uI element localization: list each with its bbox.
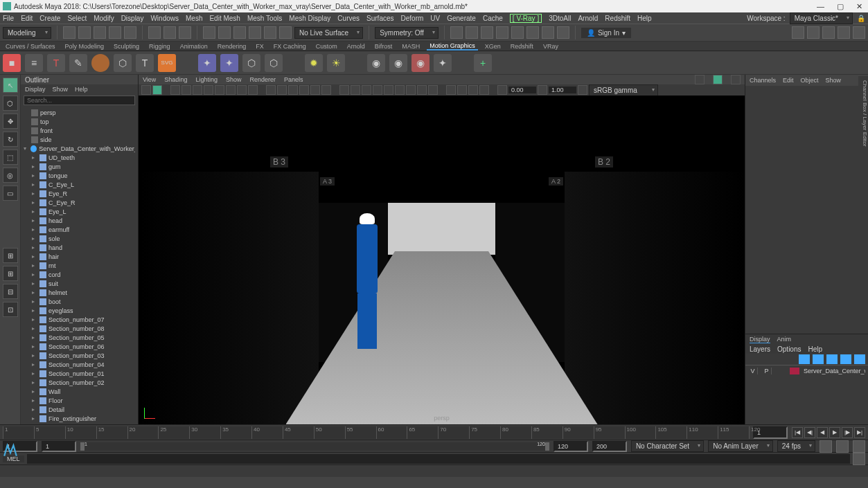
tab-arnold[interactable]: Arnold — [344, 43, 368, 50]
g8-icon[interactable] — [557, 26, 569, 39]
tree-item[interactable]: ▸rnt — [21, 261, 138, 270]
sel2-icon[interactable] — [163, 26, 176, 39]
tree-item[interactable]: ▸boot — [21, 297, 138, 306]
lock-icon[interactable]: 🔒 — [857, 15, 865, 22]
menu-meshtools[interactable]: Mesh Tools — [247, 15, 282, 22]
tree-item-camera[interactable]: top — [21, 117, 138, 126]
charset-combo[interactable]: No Character Set — [631, 440, 704, 452]
vt7-icon[interactable] — [215, 85, 224, 95]
step-back-btn[interactable]: ◀| — [804, 427, 815, 438]
shelf-s10-icon[interactable]: ✦ — [220, 54, 238, 72]
menu-cache[interactable]: Cache — [483, 15, 503, 22]
out-menu-show[interactable]: Show — [53, 86, 69, 93]
vt13-icon[interactable] — [288, 85, 298, 95]
tree-item[interactable]: ▸earmuff — [21, 225, 138, 234]
tree-item[interactable]: ▸C_Eye_R — [21, 198, 138, 207]
snap3-icon[interactable] — [233, 26, 246, 39]
shelf-s9-icon[interactable]: ✦ — [198, 54, 216, 72]
tree-item[interactable]: ▸UD_teeth — [21, 153, 138, 162]
menu-editmesh[interactable]: Edit Mesh — [209, 15, 240, 22]
layer-btn2[interactable] — [813, 354, 824, 364]
vt15-icon[interactable] — [310, 85, 320, 95]
menu-generate[interactable]: Generate — [447, 15, 476, 22]
close-btn[interactable]: ✕ — [856, 2, 862, 11]
tab-mograph[interactable]: Motion Graphics — [427, 42, 478, 51]
side-tab[interactable]: Channel Box / Layer Editor — [858, 76, 868, 151]
script-editor-icon[interactable] — [853, 453, 865, 465]
vt31-icon[interactable] — [538, 85, 547, 95]
vp-view[interactable]: View — [143, 76, 156, 83]
tree-item[interactable]: ▸Floor — [21, 396, 138, 405]
vt5-icon[interactable] — [193, 85, 202, 95]
vt20-icon[interactable] — [373, 85, 382, 95]
range-end2[interactable] — [592, 441, 627, 452]
tree-item[interactable]: ▸Wall — [21, 387, 138, 396]
gamma-combo[interactable]: sRGB gamma — [589, 84, 658, 96]
signin-button[interactable]: 👤 Sign In ▾ — [581, 28, 631, 38]
tree-item[interactable]: ▸Section_number_06 — [21, 342, 138, 351]
new-icon[interactable] — [63, 26, 76, 39]
layer-btn1[interactable] — [799, 354, 810, 364]
minimize-btn[interactable]: — — [817, 2, 824, 11]
tab-anim[interactable]: Animation — [177, 43, 211, 50]
vt4-icon[interactable] — [181, 85, 191, 95]
shelf-svg-icon[interactable]: SVG — [158, 54, 176, 72]
menu-select[interactable]: Select — [67, 15, 87, 22]
tree-item[interactable]: ▸Eye_R — [21, 189, 138, 198]
tab-sculpt[interactable]: Sculpting — [111, 43, 142, 50]
menu-windows[interactable]: Windows — [150, 15, 179, 22]
tab-redshift[interactable]: Redshift — [508, 43, 536, 50]
g4-icon[interactable] — [496, 26, 508, 39]
shelf-sun-icon[interactable]: ✹ — [305, 54, 323, 72]
vt19-icon[interactable] — [362, 85, 371, 95]
shelf-s17-icon[interactable]: ◉ — [411, 54, 429, 72]
tree-item[interactable]: ▸hand — [21, 243, 138, 252]
r2-icon[interactable] — [807, 26, 820, 39]
tree-item-root[interactable]: ▾Server_Data_Center_with_Worker_ncl — [21, 144, 138, 153]
redo-icon[interactable] — [124, 26, 136, 39]
tree-item[interactable]: ▸Section_number_08 — [21, 324, 138, 333]
shelf-s11-icon[interactable]: ⬡ — [242, 54, 260, 72]
vt6-icon[interactable] — [204, 85, 213, 95]
menu-create[interactable]: Create — [39, 15, 60, 22]
out-menu-help[interactable]: Help — [75, 86, 88, 93]
prefs-icon[interactable] — [853, 440, 865, 453]
snap4-icon[interactable] — [249, 26, 261, 39]
step-fwd-btn[interactable]: |▶ — [842, 427, 853, 438]
tab-vray[interactable]: VRay — [540, 43, 561, 50]
rp-layers[interactable]: Layers — [750, 345, 770, 353]
tab-xgen[interactable]: XGen — [482, 43, 504, 50]
shelf-s18-icon[interactable]: ✦ — [434, 54, 452, 72]
viewport-3d[interactable]: B 3 B 2 A 3 A 2 persp — [139, 96, 745, 424]
shelf-list-icon[interactable]: ≡ — [25, 54, 43, 72]
rp-edit[interactable]: Edit — [783, 77, 794, 84]
rp-anim[interactable]: Anim — [777, 336, 792, 343]
vp-renderer[interactable]: Renderer — [249, 76, 276, 83]
vt14-icon[interactable] — [299, 85, 309, 95]
menu-vray[interactable]: [ V-Ray ] — [510, 14, 542, 23]
vt12-icon[interactable] — [277, 85, 287, 95]
g3-icon[interactable] — [481, 26, 493, 39]
tree-item[interactable]: ▸tongue — [21, 171, 138, 180]
menu-help[interactable]: Help — [637, 15, 652, 22]
tab-curves[interactable]: Curves / Surfaces — [3, 43, 58, 50]
layout3-icon[interactable]: ⊟ — [3, 284, 18, 299]
range-start2[interactable] — [42, 441, 76, 452]
menu-meshdisplay[interactable]: Mesh Display — [289, 15, 330, 22]
tree-item[interactable]: ▸Section_number_02 — [21, 378, 138, 387]
tree-item-camera[interactable]: persp — [21, 108, 138, 117]
vt27-icon[interactable] — [457, 85, 467, 95]
vt26-icon[interactable] — [446, 85, 456, 95]
rp-channels[interactable]: Channels — [750, 77, 776, 84]
menu-curves[interactable]: Curves — [337, 15, 360, 22]
vt18-icon[interactable] — [351, 85, 360, 95]
layer-row[interactable]: V P Server_Data_Center_with_Wor — [745, 365, 868, 376]
shelf-s16-icon[interactable]: ◉ — [389, 54, 407, 72]
shelf-t2-icon[interactable]: T — [136, 54, 154, 72]
play-back-btn[interactable]: ◀ — [817, 427, 828, 438]
shelf-s12-icon[interactable]: ⬡ — [265, 54, 283, 72]
layer-name[interactable]: Server_Data_Center_with_Wor — [804, 368, 865, 374]
tab-fx[interactable]: FX — [253, 43, 267, 50]
loop-icon[interactable] — [820, 440, 832, 453]
vt22-icon[interactable] — [395, 85, 405, 95]
